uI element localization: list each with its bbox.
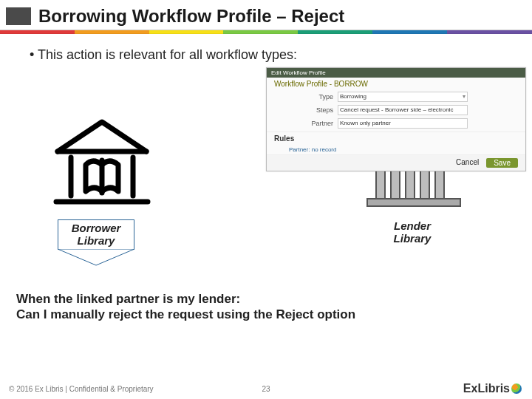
workflow-profile-panel: Edit Workflow Profile Workflow Profile -… [266,67,526,171]
brand-text: ExLibris [463,382,510,395]
svg-marker-5 [58,249,134,265]
logo-orb-icon [511,383,522,394]
borrower-library-icon [50,116,154,215]
illustration-area: Borrower Library [30,67,502,289]
borrower-label-box: Borrower Library [58,219,134,250]
slide: Borrowing Workflow Profile – Reject This… [0,0,532,399]
lender-label-line2: Library [383,232,442,245]
borrower-callout-tail [58,249,134,268]
page-number: 23 [262,385,270,393]
partner-label: Partner [274,120,333,127]
borrower-label-line2: Library [63,234,129,247]
row-steps: Steps Cancel request - Borrower side – e… [267,103,525,117]
steps-value: Cancel request - Borrower side – electro… [338,105,468,115]
panel-subtitle: Workflow Profile - BORROW [267,78,525,90]
footer: © 2016 Ex Libris | Confidential & Propri… [0,378,532,399]
borrower-label-line1: Borrower [63,222,129,234]
rule-link[interactable]: Partner: no record [274,146,336,153]
partner-value: Known only partner [338,118,468,129]
svg-rect-13 [367,199,460,206]
save-button[interactable]: Save [486,158,518,168]
title-dark-block [6,7,31,25]
rules-header: Rules [267,132,525,145]
question-block: When the linked partner is my lender: Ca… [16,291,355,323]
type-label: Type [274,93,333,100]
type-select[interactable]: Borrowing [338,92,468,102]
panel-breadcrumb: Edit Workflow Profile [267,68,525,78]
title-row: Borrowing Workflow Profile – Reject [0,0,532,30]
row-rule-link: Partner: no record [267,145,525,154]
panel-footer: Cancel Save [267,154,525,171]
lender-label: Lender Library [383,219,442,245]
question-line2: Can I manually reject the request using … [16,307,355,322]
copyright: © 2016 Ex Libris | Confidential & Propri… [0,385,154,393]
exlibris-logo: ExLibris [463,382,522,395]
steps-label: Steps [274,106,333,114]
cancel-button[interactable]: Cancel [456,158,479,168]
lender-label-line1: Lender [383,219,442,232]
bullet-workflow-types: This action is relevant for all workflow… [30,47,502,63]
slide-title: Borrowing Workflow Profile – Reject [38,6,344,27]
row-type: Type Borrowing [267,90,525,103]
content-area: This action is relevant for all workflow… [0,34,532,289]
question-line1: When the linked partner is my lender: [16,291,355,307]
row-partner: Partner Known only partner [267,117,525,130]
